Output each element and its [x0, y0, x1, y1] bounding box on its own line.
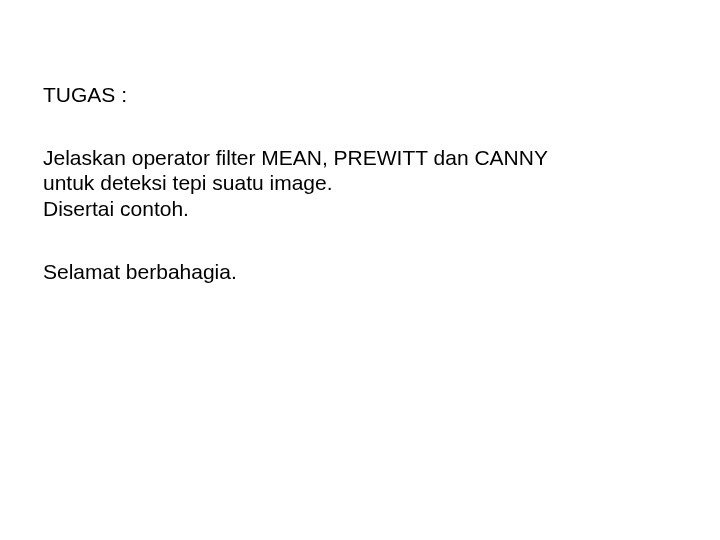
slide-content: TUGAS : Jelaskan operator filter MEAN, P… [0, 0, 720, 324]
body-line-1: Jelaskan operator filter MEAN, PREWITT d… [43, 145, 680, 170]
body-line-3: Disertai contoh. [43, 196, 680, 221]
body-paragraph: Jelaskan operator filter MEAN, PREWITT d… [43, 145, 680, 221]
closing-line: Selamat berbahagia. [43, 259, 680, 284]
body-line-2: untuk deteksi tepi suatu image. [43, 170, 680, 195]
heading: TUGAS : [43, 82, 680, 107]
